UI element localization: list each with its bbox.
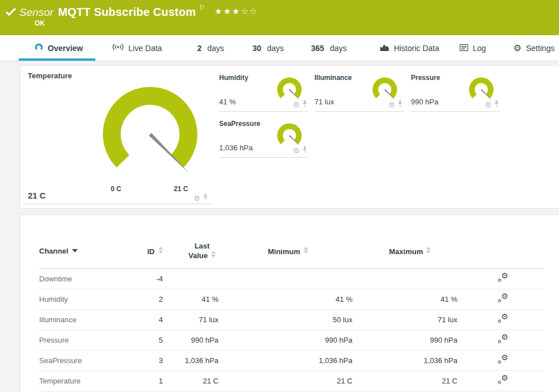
channel-name[interactable]: SeaPressure [39,350,144,370]
gauge-value: 71 lux [314,98,334,106]
gauge-settings-gear-icon[interactable]: ⚙ [293,101,300,108]
divider [23,204,212,204]
table-row[interactable]: Downtime -4 ⚙⚙ [39,268,543,289]
gauge-settings-gear-icon[interactable]: ⚙ [388,101,395,108]
table-row[interactable]: Humidity 2 41 % 41 % 41 % ⚙⚙ [39,289,543,309]
channels-table: Channel ID Last Value Minimum Maximum Do… [39,234,543,391]
channel-settings-icon[interactable]: ⚙⚙ [498,355,508,364]
column-header-minimum[interactable]: Minimum [218,234,358,268]
tab-live-data[interactable]: Live Data [112,35,162,61]
gauge-block-pressure: Pressure 990 hPa ⚙ [411,71,501,112]
sort-icon [211,251,216,258]
sorted-desc-icon [72,249,78,252]
channel-name[interactable]: Temperature [39,370,144,391]
channel-name[interactable]: Downtime [39,268,144,289]
status-badge: OK [35,19,45,27]
pin-icon[interactable] [397,99,403,109]
channel-name[interactable]: Illuminance [39,309,144,330]
gauge-title: Illuminance [314,74,352,82]
sensor-status-bar: SensorMQTT Subscribe Custom⚐★★★☆☆ OK [0,0,559,35]
table-row[interactable]: Temperature 1 21 C 21 C 21 C ⚙⚙ [39,370,543,391]
gauge-value: 1,036 hPa [219,144,253,152]
gauge-title: Humidity [219,74,248,82]
channel-settings-icon[interactable]: ⚙⚙ [498,293,508,303]
pin-icon[interactable] [302,145,308,155]
pin-icon[interactable] [494,99,499,109]
sort-icon [158,247,163,254]
channel-settings-icon[interactable]: ⚙⚙ [498,334,508,344]
gauge-title: SeaPressure [219,120,260,128]
priority-stars[interactable]: ★★★☆☆ [215,6,258,16]
flag-icon[interactable]: ⚐ [199,3,205,12]
table-row[interactable]: Pressure 5 990 hPa 990 hPa 990 hPa ⚙⚙ [39,330,543,350]
channel-settings-icon[interactable]: ⚙⚙ [498,375,508,385]
primary-gauge-value: 21 C [28,191,46,200]
gauge-scale-min: 0 C [111,185,121,193]
column-header-actions [463,234,543,268]
gauge-icon [35,43,43,53]
tab-2-days[interactable]: 2days [197,35,224,61]
gauge-title: Pressure [411,74,440,82]
sort-icon [304,247,308,254]
tab-overview[interactable]: Overview [19,35,95,61]
tab-log[interactable]: Log [460,35,486,61]
gear-icon: ⚙ [513,44,521,53]
temperature-gauge [98,82,203,187]
gauge-settings-gear-icon[interactable]: ⚙ [485,101,491,108]
tab-bar: Overview Live Data 2days 30days 365days … [0,35,559,61]
gauge-value: 990 hPa [411,98,438,106]
column-header-maximum[interactable]: Maximum [358,234,463,268]
tab-settings[interactable]: ⚙ Settings [513,35,554,61]
channel-settings-icon[interactable]: ⚙⚙ [498,273,508,283]
page-title: MQTT Subscribe Custom [58,6,196,18]
channel-name[interactable]: Humidity [39,289,144,309]
area-chart-icon [380,44,389,53]
sort-icon [426,247,431,254]
gauge-block-seapressure: SeaPressure 1,036 hPa ⚙ [219,117,309,158]
column-header-last-value[interactable]: Last Value [166,234,218,268]
pin-icon[interactable] [203,193,208,203]
gauge-value: 41 % [219,98,236,106]
log-list-icon [460,44,468,53]
gauge-block-illuminance: Illuminance 71 lux ⚙ [314,71,404,112]
gauge-settings-gear-icon[interactable]: ⚙ [293,147,300,154]
gauges-panel: Temperature 0 C 21 C 21 C ⚙ Humidity 41 … [20,65,559,209]
gauge-settings-gear-icon[interactable]: ⚙ [194,195,200,202]
table-row[interactable]: Illuminance 4 71 lux 50 lux 71 lux ⚙⚙ [39,309,543,330]
gauge-scale-max: 21 C [174,185,188,193]
tab-historic-data[interactable]: Historic Data [380,35,439,61]
object-kind-label: Sensor [19,6,53,18]
tab-30-days[interactable]: 30days [253,35,284,61]
broadcast-icon [112,43,124,53]
table-header-row: Channel ID Last Value Minimum Maximum [39,234,543,268]
gauge-block-humidity: Humidity 41 % ⚙ [219,71,309,112]
primary-gauge-title: Temperature [28,71,72,80]
status-ok-check-icon [5,7,16,19]
pin-icon[interactable] [302,99,308,109]
table-row[interactable]: SeaPressure 3 1,036 hPa 1,036 hPa 1,036 … [39,350,543,370]
column-header-id[interactable]: ID [144,234,166,268]
tab-365-days[interactable]: 365days [311,35,347,61]
channels-panel: Channel ID Last Value Minimum Maximum Do… [20,214,559,392]
channel-name[interactable]: Pressure [39,330,144,350]
column-header-channel[interactable]: Channel [39,234,144,268]
channel-settings-icon[interactable]: ⚙⚙ [498,314,508,323]
